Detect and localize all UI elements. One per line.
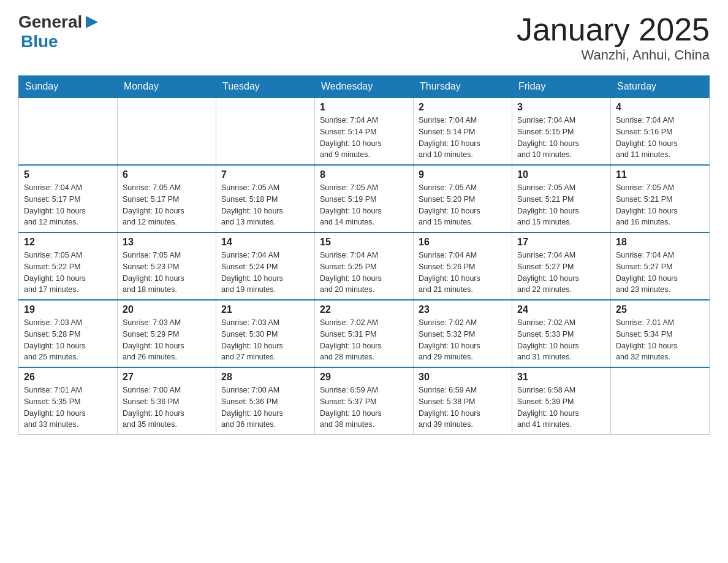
calendar-cell: 30Sunrise: 6:59 AM Sunset: 5:38 PM Dayli… <box>414 367 512 435</box>
weekday-header-thursday: Thursday <box>414 76 512 98</box>
day-number: 26 <box>24 372 112 383</box>
day-number: 15 <box>320 237 408 248</box>
week-row-1: 1Sunrise: 7:04 AM Sunset: 5:14 PM Daylig… <box>19 98 710 165</box>
day-info: Sunrise: 7:05 AM Sunset: 5:23 PM Dayligh… <box>123 250 211 296</box>
title-block: January 2025 Wanzhi, Anhui, China <box>517 12 710 63</box>
day-number: 2 <box>419 102 507 113</box>
week-row-3: 12Sunrise: 7:05 AM Sunset: 5:22 PM Dayli… <box>19 232 710 300</box>
day-number: 6 <box>123 169 211 180</box>
day-number: 28 <box>221 372 309 383</box>
day-number: 11 <box>616 169 704 180</box>
day-number: 20 <box>123 304 211 315</box>
calendar-cell: 3Sunrise: 7:04 AM Sunset: 5:15 PM Daylig… <box>512 98 611 165</box>
day-number: 13 <box>123 237 211 248</box>
day-info: Sunrise: 6:59 AM Sunset: 5:38 PM Dayligh… <box>419 385 507 431</box>
day-info: Sunrise: 7:03 AM Sunset: 5:28 PM Dayligh… <box>24 317 112 363</box>
weekday-header-sunday: Sunday <box>19 76 118 98</box>
day-number: 17 <box>517 237 605 248</box>
calendar-cell: 5Sunrise: 7:04 AM Sunset: 5:17 PM Daylig… <box>19 165 118 232</box>
day-info: Sunrise: 7:05 AM Sunset: 5:22 PM Dayligh… <box>24 250 112 296</box>
calendar-cell: 25Sunrise: 7:01 AM Sunset: 5:34 PM Dayli… <box>611 300 710 367</box>
week-row-5: 26Sunrise: 7:01 AM Sunset: 5:35 PM Dayli… <box>19 367 710 435</box>
logo: General Blue <box>18 12 100 52</box>
day-info: Sunrise: 7:01 AM Sunset: 5:34 PM Dayligh… <box>616 317 704 363</box>
calendar-cell: 6Sunrise: 7:05 AM Sunset: 5:17 PM Daylig… <box>118 165 216 232</box>
logo-blue-text: Blue <box>21 32 58 52</box>
day-number: 14 <box>221 237 309 248</box>
calendar-cell: 18Sunrise: 7:04 AM Sunset: 5:27 PM Dayli… <box>611 232 710 300</box>
calendar-cell: 22Sunrise: 7:02 AM Sunset: 5:31 PM Dayli… <box>315 300 414 367</box>
day-number: 22 <box>320 304 408 315</box>
day-number: 4 <box>616 102 704 113</box>
day-info: Sunrise: 7:02 AM Sunset: 5:31 PM Dayligh… <box>320 317 408 363</box>
day-info: Sunrise: 7:04 AM Sunset: 5:16 PM Dayligh… <box>616 115 704 161</box>
calendar-cell: 15Sunrise: 7:04 AM Sunset: 5:25 PM Dayli… <box>315 232 414 300</box>
day-info: Sunrise: 7:02 AM Sunset: 5:32 PM Dayligh… <box>419 317 507 363</box>
day-number: 3 <box>517 102 605 113</box>
calendar-cell: 29Sunrise: 6:59 AM Sunset: 5:37 PM Dayli… <box>315 367 414 435</box>
calendar-cell: 24Sunrise: 7:02 AM Sunset: 5:33 PM Dayli… <box>512 300 611 367</box>
calendar-cell: 2Sunrise: 7:04 AM Sunset: 5:14 PM Daylig… <box>414 98 512 165</box>
weekday-header-saturday: Saturday <box>611 76 710 98</box>
calendar-cell: 16Sunrise: 7:04 AM Sunset: 5:26 PM Dayli… <box>414 232 512 300</box>
day-info: Sunrise: 7:01 AM Sunset: 5:35 PM Dayligh… <box>24 385 112 431</box>
calendar-cell: 7Sunrise: 7:05 AM Sunset: 5:18 PM Daylig… <box>216 165 315 232</box>
day-number: 5 <box>24 169 112 180</box>
day-info: Sunrise: 7:04 AM Sunset: 5:15 PM Dayligh… <box>517 115 605 161</box>
day-number: 7 <box>221 169 309 180</box>
day-number: 24 <box>517 304 605 315</box>
day-info: Sunrise: 7:04 AM Sunset: 5:14 PM Dayligh… <box>419 115 507 161</box>
day-info: Sunrise: 7:04 AM Sunset: 5:27 PM Dayligh… <box>616 250 704 296</box>
calendar-cell: 17Sunrise: 7:04 AM Sunset: 5:27 PM Dayli… <box>512 232 611 300</box>
calendar-table: SundayMondayTuesdayWednesdayThursdayFrid… <box>18 75 710 435</box>
page-header: General Blue January 2025 Wanzhi, Anhui,… <box>18 12 710 63</box>
week-row-4: 19Sunrise: 7:03 AM Sunset: 5:28 PM Dayli… <box>19 300 710 367</box>
day-info: Sunrise: 7:05 AM Sunset: 5:21 PM Dayligh… <box>517 182 605 228</box>
day-info: Sunrise: 7:03 AM Sunset: 5:30 PM Dayligh… <box>221 317 309 363</box>
day-number: 30 <box>419 372 507 383</box>
day-info: Sunrise: 7:02 AM Sunset: 5:33 PM Dayligh… <box>517 317 605 363</box>
calendar-cell: 19Sunrise: 7:03 AM Sunset: 5:28 PM Dayli… <box>19 300 118 367</box>
week-row-2: 5Sunrise: 7:04 AM Sunset: 5:17 PM Daylig… <box>19 165 710 232</box>
day-number: 27 <box>123 372 211 383</box>
day-info: Sunrise: 7:00 AM Sunset: 5:36 PM Dayligh… <box>221 385 309 431</box>
calendar-cell: 4Sunrise: 7:04 AM Sunset: 5:16 PM Daylig… <box>611 98 710 165</box>
day-number: 8 <box>320 169 408 180</box>
day-info: Sunrise: 7:04 AM Sunset: 5:24 PM Dayligh… <box>221 250 309 296</box>
calendar-cell: 28Sunrise: 7:00 AM Sunset: 5:36 PM Dayli… <box>216 367 315 435</box>
calendar-cell: 11Sunrise: 7:05 AM Sunset: 5:21 PM Dayli… <box>611 165 710 232</box>
weekday-header-friday: Friday <box>512 76 611 98</box>
day-info: Sunrise: 7:04 AM Sunset: 5:17 PM Dayligh… <box>24 182 112 228</box>
calendar-cell <box>611 367 710 435</box>
svg-marker-0 <box>86 16 98 28</box>
day-info: Sunrise: 7:05 AM Sunset: 5:21 PM Dayligh… <box>616 182 704 228</box>
day-info: Sunrise: 7:03 AM Sunset: 5:29 PM Dayligh… <box>123 317 211 363</box>
day-number: 31 <box>517 372 605 383</box>
calendar-cell <box>216 98 315 165</box>
day-info: Sunrise: 7:05 AM Sunset: 5:17 PM Dayligh… <box>123 182 211 228</box>
day-info: Sunrise: 6:58 AM Sunset: 5:39 PM Dayligh… <box>517 385 605 431</box>
day-number: 23 <box>419 304 507 315</box>
day-number: 10 <box>517 169 605 180</box>
calendar-cell: 31Sunrise: 6:58 AM Sunset: 5:39 PM Dayli… <box>512 367 611 435</box>
calendar-cell: 8Sunrise: 7:05 AM Sunset: 5:19 PM Daylig… <box>315 165 414 232</box>
logo-general-text: General <box>18 12 82 32</box>
calendar-cell: 10Sunrise: 7:05 AM Sunset: 5:21 PM Dayli… <box>512 165 611 232</box>
day-info: Sunrise: 6:59 AM Sunset: 5:37 PM Dayligh… <box>320 385 408 431</box>
calendar-cell: 23Sunrise: 7:02 AM Sunset: 5:32 PM Dayli… <box>414 300 512 367</box>
day-number: 12 <box>24 237 112 248</box>
day-number: 29 <box>320 372 408 383</box>
calendar-cell <box>19 98 118 165</box>
calendar-cell: 21Sunrise: 7:03 AM Sunset: 5:30 PM Dayli… <box>216 300 315 367</box>
day-number: 21 <box>221 304 309 315</box>
day-info: Sunrise: 7:05 AM Sunset: 5:18 PM Dayligh… <box>221 182 309 228</box>
calendar-cell: 13Sunrise: 7:05 AM Sunset: 5:23 PM Dayli… <box>118 232 216 300</box>
day-info: Sunrise: 7:04 AM Sunset: 5:14 PM Dayligh… <box>320 115 408 161</box>
day-number: 18 <box>616 237 704 248</box>
day-info: Sunrise: 7:00 AM Sunset: 5:36 PM Dayligh… <box>123 385 211 431</box>
day-info: Sunrise: 7:04 AM Sunset: 5:26 PM Dayligh… <box>419 250 507 296</box>
calendar-cell: 14Sunrise: 7:04 AM Sunset: 5:24 PM Dayli… <box>216 232 315 300</box>
weekday-header-tuesday: Tuesday <box>216 76 315 98</box>
day-info: Sunrise: 7:05 AM Sunset: 5:20 PM Dayligh… <box>419 182 507 228</box>
calendar-cell: 9Sunrise: 7:05 AM Sunset: 5:20 PM Daylig… <box>414 165 512 232</box>
